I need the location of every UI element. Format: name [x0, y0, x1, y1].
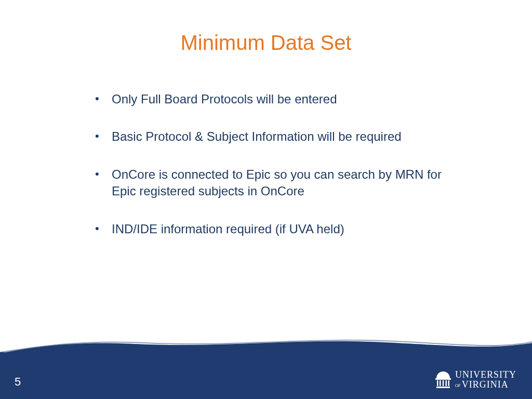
svg-rect-4	[443, 380, 444, 386]
slide: Minimum Data Set Only Full Board Protoco…	[0, 0, 532, 399]
rotunda-icon	[435, 371, 451, 389]
bullet-item: Only Full Board Protocols will be entere…	[91, 91, 444, 108]
bullet-item: Basic Protocol & Subject Information wil…	[91, 128, 444, 145]
logo-line-2: ofVIRGINIA	[455, 380, 516, 390]
logo-text: UNIVERSITY ofVIRGINIA	[455, 370, 516, 390]
bullet-item: OnCore is connected to Epic so you can s…	[91, 166, 444, 200]
page-number: 5	[15, 375, 21, 389]
svg-rect-6	[448, 380, 450, 386]
bullet-item: IND/IDE information required (if UVA hel…	[91, 221, 444, 237]
footer-band: 5 UNIVERSITY ofVIRGINIA	[0, 352, 532, 399]
logo-line-1: UNIVERSITY	[455, 370, 516, 380]
slide-content: Only Full Board Protocols will be entere…	[91, 91, 444, 258]
svg-rect-2	[437, 380, 438, 386]
svg-rect-0	[435, 378, 451, 380]
svg-rect-5	[446, 380, 447, 386]
logo-of: of	[455, 381, 461, 389]
logo-virginia: VIRGINIA	[462, 379, 509, 390]
bullet-list: Only Full Board Protocols will be entere…	[91, 91, 444, 237]
svg-rect-3	[440, 380, 441, 386]
svg-rect-1	[436, 387, 450, 388]
university-logo: UNIVERSITY ofVIRGINIA	[435, 370, 516, 390]
slide-title: Minimum Data Set	[0, 31, 532, 55]
